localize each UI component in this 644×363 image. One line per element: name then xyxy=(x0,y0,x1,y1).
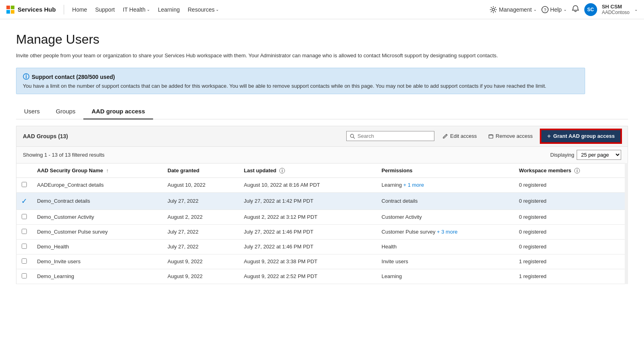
row-checkbox[interactable] xyxy=(22,244,27,249)
svg-text:?: ? xyxy=(544,7,546,12)
user-info[interactable]: SH CSM AADContoso xyxy=(602,4,630,15)
col-header-workspace-members[interactable]: Workspace members i xyxy=(514,163,628,177)
sort-arrow-name: ↑ xyxy=(106,167,109,173)
table-row[interactable]: ✓Demo_Contract detailsJuly 27, 2022July … xyxy=(16,192,628,210)
cell-permissions: Contract details xyxy=(377,192,514,210)
avatar[interactable]: SC xyxy=(584,3,597,16)
table-row[interactable]: Demo_Customer ActivityAugust 2, 2022Augu… xyxy=(16,210,628,224)
table-row[interactable]: Demo_HealthJuly 27, 2022July 27, 2022 at… xyxy=(16,239,628,254)
table-body: AADEurope_Contract detailsAugust 10, 202… xyxy=(16,177,628,284)
nav-logo[interactable]: Services Hub xyxy=(6,6,56,14)
row-checkbox[interactable] xyxy=(22,182,27,187)
table-row[interactable]: Demo_LearningAugust 9, 2022August 9, 202… xyxy=(16,269,628,284)
nav-links: Home Support IT Health ⌄ Learning Resour… xyxy=(69,5,489,14)
col-header-date-granted[interactable]: Date granted xyxy=(163,163,239,177)
tab-groups[interactable]: Groups xyxy=(48,104,83,119)
nav-link-it-health[interactable]: IT Health ⌄ xyxy=(119,5,153,14)
cell-last-updated: August 2, 2022 at 3:12 PM PDT xyxy=(239,210,377,224)
tabs-container: Users Groups AAD group access xyxy=(16,104,628,119)
cell-date-granted: August 10, 2022 xyxy=(163,177,239,192)
cell-last-updated: August 9, 2022 at 2:52 PM PDT xyxy=(239,269,377,284)
nav-link-learning[interactable]: Learning xyxy=(155,5,183,14)
cell-workspace-members: 1 registered xyxy=(514,269,628,284)
table-header-row: AAD Security Group Name ↑ Date granted L… xyxy=(16,163,628,177)
cell-permissions: Invite users xyxy=(377,254,514,269)
nav-link-support[interactable]: Support xyxy=(92,5,118,14)
cell-workspace-members: 1 registered xyxy=(514,254,628,269)
grant-aad-group-access-button[interactable]: + Grant AAD group access xyxy=(541,129,621,143)
cell-group-name: Demo_Health xyxy=(32,239,163,254)
help-label: Help xyxy=(550,6,562,13)
svg-rect-5 xyxy=(489,135,493,138)
cell-date-granted: August 9, 2022 xyxy=(163,269,239,284)
row-checkbox[interactable] xyxy=(22,229,27,234)
row-checkbox-checked[interactable]: ✓ xyxy=(21,197,27,205)
nav-link-resources[interactable]: Resources ⌄ xyxy=(185,5,222,14)
row-checkbox[interactable] xyxy=(22,258,27,264)
cell-group-name: Demo_Contract details xyxy=(32,192,163,210)
nav-right: Management ⌄ ? Help ⌄ SC SH CSM AADConto… xyxy=(489,3,638,16)
cell-workspace-members: 0 registered xyxy=(514,239,628,254)
trash-icon xyxy=(488,133,494,139)
edit-access-button[interactable]: Edit access xyxy=(439,131,480,141)
help-circle-icon: ? xyxy=(541,6,549,13)
cell-group-name: AADEurope_Contract details xyxy=(32,177,163,192)
search-input[interactable] xyxy=(357,133,431,139)
permissions-extra-link[interactable]: + 3 more xyxy=(437,229,458,235)
management-label: Management xyxy=(499,6,532,13)
alert-body: You have a limit on the number of suppor… xyxy=(23,83,578,89)
cell-date-granted: July 27, 2022 xyxy=(163,224,239,239)
cell-group-name: Demo_Invite users xyxy=(32,254,163,269)
nav-help[interactable]: ? Help ⌄ xyxy=(541,6,567,13)
nav-management[interactable]: Management ⌄ xyxy=(489,6,537,14)
col-header-name[interactable]: AAD Security Group Name ↑ xyxy=(32,163,163,177)
row-checkbox[interactable] xyxy=(22,214,27,219)
cell-date-granted: August 9, 2022 xyxy=(163,254,239,269)
svg-line-4 xyxy=(353,137,355,138)
tab-users[interactable]: Users xyxy=(16,104,48,119)
edit-icon xyxy=(442,133,448,139)
support-contact-alert: ⓘ Support contact (280/500 used) You hav… xyxy=(16,68,585,94)
table-row[interactable]: AADEurope_Contract detailsAugust 10, 202… xyxy=(16,177,628,192)
per-page-dropdown[interactable]: 25 per page 50 per page 100 per page xyxy=(577,150,621,160)
workspace-members-info-icon[interactable]: i xyxy=(574,168,580,173)
help-chevron-icon: ⌄ xyxy=(563,7,567,12)
cell-workspace-members: 0 registered xyxy=(514,177,628,192)
top-navigation: Services Hub Home Support IT Health ⌄ Le… xyxy=(0,0,644,19)
table-row[interactable]: Demo_Invite usersAugust 9, 2022August 9,… xyxy=(16,254,628,269)
displaying-label: Displaying xyxy=(550,152,574,158)
scrollbar[interactable] xyxy=(625,163,628,284)
nav-link-home[interactable]: Home xyxy=(69,5,90,14)
cell-date-granted: July 27, 2022 xyxy=(163,239,239,254)
user-chevron-icon[interactable]: ⌄ xyxy=(634,7,638,12)
last-updated-info-icon[interactable]: i xyxy=(279,168,285,173)
alert-info-icon: ⓘ xyxy=(23,73,29,81)
notifications-icon[interactable] xyxy=(571,5,579,14)
permissions-extra-link[interactable]: + 1 more xyxy=(403,182,424,188)
search-box xyxy=(346,131,434,141)
main-content: Manage Users Invite other people from yo… xyxy=(0,19,644,300)
displaying-select: Displaying 25 per page 50 per page 100 p… xyxy=(550,150,621,160)
it-health-chevron-icon: ⌄ xyxy=(147,7,150,12)
cell-permissions: Learning + 1 more xyxy=(377,177,514,192)
cell-date-granted: July 27, 2022 xyxy=(163,192,239,210)
plus-icon: + xyxy=(547,133,551,140)
cell-workspace-members: 0 registered xyxy=(514,224,628,239)
search-icon xyxy=(350,133,355,139)
svg-point-0 xyxy=(492,8,495,11)
cell-last-updated: August 9, 2022 at 3:38 PM PDT xyxy=(239,254,377,269)
cell-group-name: Demo_Customer Pulse survey xyxy=(32,224,163,239)
tab-aad-group-access[interactable]: AAD group access xyxy=(83,104,153,119)
page-description: Invite other people from your team or or… xyxy=(16,52,537,60)
table-row[interactable]: Demo_Customer Pulse surveyJuly 27, 2022J… xyxy=(16,224,628,239)
col-header-permissions[interactable]: Permissions xyxy=(377,163,514,177)
alert-title: ⓘ Support contact (280/500 used) xyxy=(23,73,578,81)
row-checkbox[interactable] xyxy=(22,273,27,278)
remove-access-button[interactable]: Remove access xyxy=(485,131,536,141)
aad-groups-label: AAD Groups (13) xyxy=(23,133,341,139)
results-bar: Showing 1 - 13 of 13 filtered results Di… xyxy=(16,146,628,163)
cell-permissions: Customer Activity xyxy=(377,210,514,224)
select-all-header xyxy=(16,163,32,177)
col-header-last-updated[interactable]: Last updated i xyxy=(239,163,377,177)
cell-permissions: Learning xyxy=(377,269,514,284)
